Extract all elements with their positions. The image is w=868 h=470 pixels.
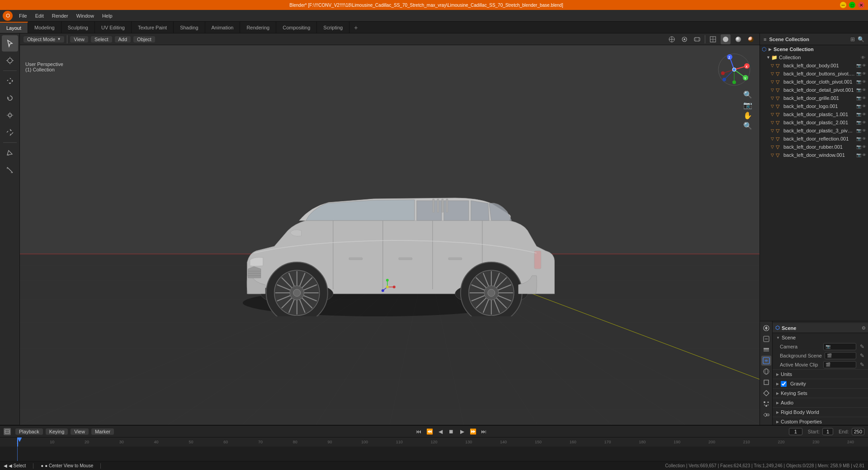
outliner-item-6[interactable]: ▽ ▽ back_left_door_plastic_1.001 📷 👁 [760,110,868,118]
material-preview-btn[interactable] [733,34,743,44]
outliner-scene-collection[interactable]: ⬡ ▶ Scene Collection [760,45,868,53]
outliner-collection[interactable]: ▼ 📁 Collection 👁 [760,53,868,61]
rotate-tool-button[interactable] [2,90,18,106]
tab-scripting[interactable]: Scripting [317,22,349,33]
menu-help[interactable]: Help [99,12,116,19]
outliner-item-9[interactable]: ▽ ▽ back_left_door_reflection.001 📷 👁 [760,135,868,143]
render-props-btn[interactable] [761,323,771,333]
tab-rendering[interactable]: Rendering [240,22,276,33]
camera-value-field[interactable]: 📷 [823,343,856,350]
maximize-button[interactable]: □ [849,2,855,8]
outliner-item-2[interactable]: ▽ ▽ back_left_door_cloth_pivot.001 📷 👁 [760,78,868,86]
outliner-item-1[interactable]: ▽ ▽ back_left_door_buttons_pivot.001 📷 👁 [760,70,868,78]
units-section-header[interactable]: ▶ Units [773,370,868,379]
outliner-item-5[interactable]: ▽ ▽ back_left_door_logo.001 📷 👁 [760,102,868,110]
view-lock-icon[interactable]: 🔍 [743,90,752,99]
jump-end-btn[interactable]: ⏭ [479,427,488,436]
move-tool-button[interactable] [2,73,18,89]
camera-edit-btn[interactable]: ✎ [860,343,864,350]
outliner-item-3[interactable]: ▽ ▽ back_left_door_detail_pivot.001 📷 👁 [760,86,868,94]
tab-layout[interactable]: Layout [0,22,28,33]
play-reverse-btn[interactable]: ◀ [436,427,445,436]
outliner-item-11[interactable]: ▽ ▽ back_left_door_window.001 📷 👁 [760,151,868,159]
object-menu-button[interactable]: Object [133,36,155,42]
keying-menu-btn[interactable]: Keying [46,428,68,435]
play-btn[interactable]: ▶ [458,427,467,436]
particles-props-btn[interactable] [761,399,771,409]
annotate-tool-button[interactable] [2,145,18,161]
select-tool-button[interactable] [2,35,18,52]
props-expand-icon[interactable]: ⊙ [862,325,865,330]
pan-icon[interactable]: ✋ [743,111,752,120]
filter-icon[interactable]: ⊞ [850,36,855,42]
blender-logo-menu[interactable]: ⬡ [3,11,13,21]
custom-props-header[interactable]: ▶ Custom Properties [773,417,868,425]
outliner-item-7[interactable]: ▽ ▽ back_left_door_plastic_2.001 📷 👁 [760,118,868,127]
end-frame-display[interactable]: 250 [852,428,864,435]
minimize-button[interactable]: ─ [840,2,846,8]
menu-render[interactable]: Render [48,12,72,19]
jump-start-btn[interactable]: ⏮ [414,427,423,436]
tab-animation[interactable]: Animation [205,22,241,33]
restrict-view-icon[interactable]: 👁 [860,55,866,60]
measure-tool-button[interactable] [2,162,18,178]
playback-menu-btn[interactable]: Playback [15,428,43,435]
marker-menu-btn[interactable]: Marker [91,428,114,435]
background-scene-field[interactable]: 🎬 [825,352,856,359]
transform-tool-button[interactable] [2,124,18,141]
viewport-gizmo-toggle[interactable] [667,34,677,44]
outliner-item-4[interactable]: ▽ ▽ back_left_door_grille.001 📷 👁 [760,94,868,102]
select-menu-button[interactable]: Select [91,36,112,42]
x-ray-toggle[interactable] [692,34,702,44]
scene-props-btn[interactable] [761,356,771,366]
physics-props-btn[interactable] [761,410,771,420]
start-frame-display[interactable]: 1 [822,428,833,435]
scale-tool-button[interactable] [2,107,18,123]
gravity-checkbox[interactable] [781,381,787,387]
solid-shading-btn[interactable] [721,34,731,44]
add-workspace-button[interactable]: + [349,22,362,33]
movie-clip-edit-btn[interactable]: ✎ [860,362,864,368]
outliner-item-0[interactable]: ▽ ▽ back_left_door_body.001 📷 👁 [760,61,868,70]
cursor-tool-button[interactable] [2,52,18,69]
search-icon-outliner[interactable]: 🔍 [858,36,864,42]
world-props-btn[interactable] [761,367,771,376]
close-button[interactable]: ✕ [858,2,864,8]
outliner-item-8[interactable]: ▽ ▽ back_left_door_plastic_3_pivot.001 📷… [760,127,868,135]
audio-section-header[interactable]: ▶ Audio [773,398,868,407]
viewport-overlays-toggle[interactable] [679,34,689,44]
camera-view-icon[interactable]: 📷 [743,101,752,109]
modifier-props-btn[interactable] [761,388,771,398]
rendered-shading-btn[interactable] [746,34,756,44]
tab-sculpting[interactable]: Sculpting [61,22,95,33]
view-layer-props-btn[interactable] [761,345,771,355]
view-menu-btn-tl[interactable]: View [71,428,89,435]
menu-window[interactable]: Window [73,12,98,19]
current-frame-display[interactable]: 1 [789,428,802,435]
tab-shading[interactable]: Shading [174,22,205,33]
zoom-icon[interactable]: 🔍 [743,122,752,130]
tab-texture-paint[interactable]: Texture Paint [132,22,174,33]
rigid-body-header[interactable]: ▶ Rigid Body World [773,408,868,417]
tab-uv-editing[interactable]: UV Editing [95,22,132,33]
navigation-gizmo[interactable]: Z X Y [716,52,752,88]
timeline-track[interactable] [0,446,868,461]
tab-modeling[interactable]: Modeling [28,22,61,33]
step-forward-btn[interactable]: ⏩ [468,427,477,436]
tab-compositing[interactable]: Compositing [276,22,317,33]
movie-clip-field[interactable]: 🎬 [823,361,856,368]
outliner-item-10[interactable]: ▽ ▽ back_left_door_rubber.001 📷 👁 [760,143,868,151]
view-menu-button[interactable]: View [70,36,88,42]
bg-scene-edit-btn[interactable]: ✎ [860,352,864,359]
output-props-btn[interactable] [761,334,771,344]
wireframe-shading-btn[interactable] [708,34,718,44]
menu-file[interactable]: File [15,12,31,19]
viewport-canvas[interactable]: Z X Y [20,45,760,425]
add-menu-button[interactable]: Add [115,36,131,42]
object-mode-dropdown[interactable]: Object Mode ▼ [24,36,64,42]
object-props-btn[interactable] [761,377,771,387]
step-back-btn[interactable]: ⏪ [425,427,434,436]
stop-btn[interactable]: ⏹ [447,427,456,436]
scene-subsection-header[interactable]: ▼ Scene [773,333,868,342]
gravity-section-header[interactable]: ▶ Gravity [773,379,868,388]
